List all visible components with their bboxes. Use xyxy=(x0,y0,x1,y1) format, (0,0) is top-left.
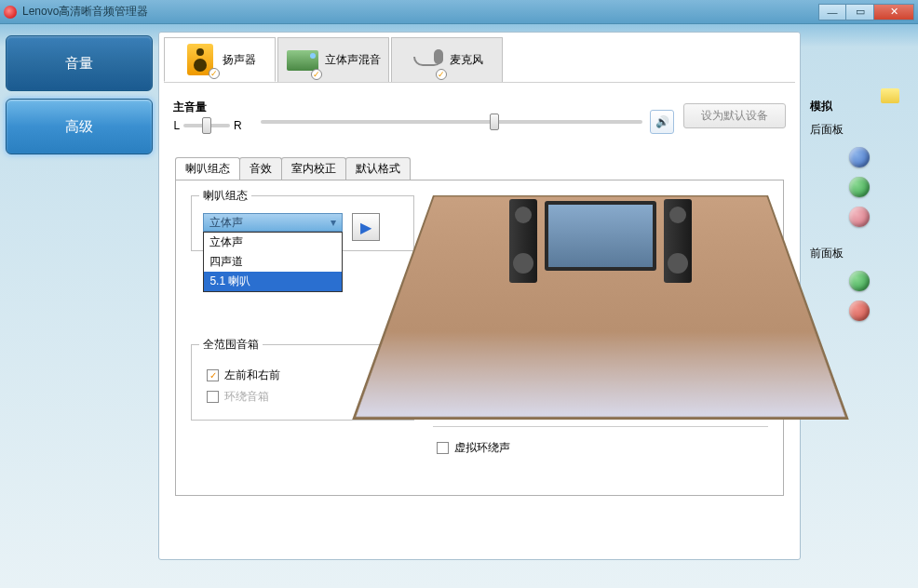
speaker-config-group: 喇叭组态 立体声 ▾ 立体声 四声道 5.1 喇叭 xyxy=(191,195,414,251)
checkbox-icon: ✓ xyxy=(207,369,219,381)
dropdown-option[interactable]: 四声道 xyxy=(204,252,342,272)
main-volume-label: 主音量 xyxy=(173,100,241,115)
play-test-button[interactable]: ▶ xyxy=(352,213,380,241)
sub-tabs: 喇叭组态 音效 室内校正 默认格式 xyxy=(175,157,784,180)
tab-label: 麦克风 xyxy=(450,52,483,68)
window-title: Lenovo高清晰音频管理器 xyxy=(22,4,148,20)
speaker-icon: ✓ xyxy=(183,43,217,76)
speaker-left-icon[interactable] xyxy=(509,199,537,283)
dropdown-option[interactable]: 5.1 喇叭 xyxy=(204,272,342,291)
window-controls: — ▭ ✕ xyxy=(818,4,914,20)
sidebar-label: 高级 xyxy=(65,118,93,136)
sidebar: 音量 高级 xyxy=(0,24,158,588)
tab-label: 立体声混音 xyxy=(325,52,381,68)
main-panel: ✓ 扬声器 ✓ 立体声混音 ✓ 麦克风 主音量 xyxy=(158,32,801,560)
balance-right-label: R xyxy=(234,119,242,132)
balance-thumb[interactable] xyxy=(202,117,211,134)
checkbox-icon xyxy=(207,391,219,403)
subtab-default-format[interactable]: 默认格式 xyxy=(345,157,411,180)
group-title: 喇叭组态 xyxy=(199,188,251,204)
subtab-room-correction[interactable]: 室内校正 xyxy=(281,157,346,180)
front-panel-label: 前面板 xyxy=(810,246,909,261)
titlebar: Lenovo高清晰音频管理器 — ▭ ✕ xyxy=(0,0,918,24)
volume-thumb[interactable] xyxy=(490,114,499,130)
jack-line-out[interactable] xyxy=(849,177,870,197)
sidebar-item-advanced[interactable]: 高级 xyxy=(6,99,153,154)
speaker-right-icon[interactable] xyxy=(664,199,692,283)
jack-front-out[interactable] xyxy=(849,271,870,291)
checkbox-virtual-surround[interactable]: 虚拟环绕声 xyxy=(437,440,764,456)
dropdown-option[interactable]: 立体声 xyxy=(204,233,342,252)
sound-icon: 🔊 xyxy=(655,115,669,128)
dropdown-selected: 立体声 xyxy=(209,215,243,231)
tab-stereo-mix[interactable]: ✓ 立体声混音 xyxy=(277,37,389,82)
subtab-speaker-config[interactable]: 喇叭组态 xyxy=(175,157,240,180)
tab-microphone[interactable]: ✓ 麦克风 xyxy=(391,37,503,82)
subtab-soundfx[interactable]: 音效 xyxy=(239,157,282,180)
jack-mic[interactable] xyxy=(849,207,870,227)
maximize-button[interactable]: ▭ xyxy=(846,4,874,20)
set-default-button[interactable]: 设为默认设备 xyxy=(683,103,786,128)
room-visualization: 虚拟环绕声 xyxy=(433,195,768,480)
back-panel-label: 后面板 xyxy=(810,122,909,138)
device-tabs: ✓ 扬声器 ✓ 立体声混音 ✓ 麦克风 xyxy=(164,37,795,83)
main-volume-section: 主音量 L R 🔊 设为默认设备 xyxy=(164,83,795,148)
mixer-icon: ✓ xyxy=(286,44,319,77)
balance-slider[interactable]: L R xyxy=(173,119,241,132)
checkbox-label: 左前和右前 xyxy=(224,368,280,383)
checkbox-label: 虚拟环绕声 xyxy=(454,440,510,456)
sidebar-item-volume[interactable]: 音量 xyxy=(6,35,153,91)
tab-label: 扬声器 xyxy=(223,52,256,68)
analog-panel: 模拟 后面板 前面板 xyxy=(801,24,918,588)
button-label: 设为默认设备 xyxy=(701,109,768,122)
jack-line-in[interactable] xyxy=(849,147,870,167)
minimize-button[interactable]: — xyxy=(818,4,846,20)
balance-left-label: L xyxy=(173,119,180,132)
close-button[interactable]: ✕ xyxy=(874,4,914,20)
checkbox-label: 环绕音箱 xyxy=(224,389,269,405)
app-icon xyxy=(4,6,17,19)
play-icon: ▶ xyxy=(360,219,371,236)
tab-content: 喇叭组态 立体声 ▾ 立体声 四声道 5.1 喇叭 xyxy=(175,180,784,496)
dropdown-list: 立体声 四声道 5.1 喇叭 xyxy=(203,232,343,292)
mute-button[interactable]: 🔊 xyxy=(650,110,674,134)
group-title: 全范围音箱 xyxy=(199,337,263,353)
volume-slider[interactable] xyxy=(261,120,643,124)
folder-icon[interactable] xyxy=(881,88,899,103)
chevron-down-icon: ▾ xyxy=(327,216,340,229)
tv-icon xyxy=(545,201,656,271)
sidebar-label: 音量 xyxy=(65,55,93,73)
speaker-config-dropdown[interactable]: 立体声 ▾ 立体声 四声道 5.1 喇叭 xyxy=(203,213,343,232)
jack-front-mic[interactable] xyxy=(849,301,870,321)
checkbox-icon xyxy=(437,442,449,454)
mic-icon: ✓ xyxy=(411,44,444,77)
tab-speaker[interactable]: ✓ 扬声器 xyxy=(164,37,276,82)
